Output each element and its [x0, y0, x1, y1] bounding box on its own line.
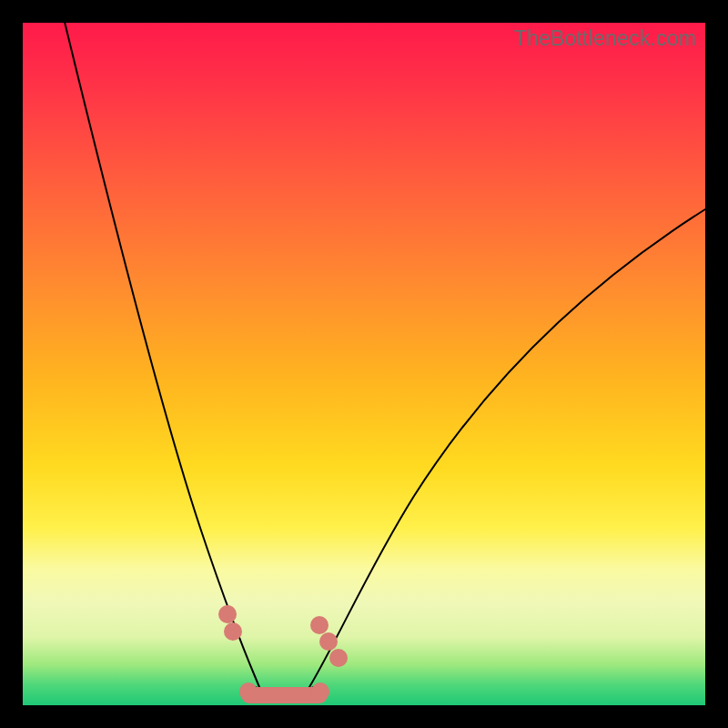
marker-dot — [218, 605, 237, 623]
chart-frame: TheBottleneck.com — [23, 23, 705, 705]
marker-dot — [319, 632, 338, 651]
bottleneck-curve-plot — [23, 23, 705, 705]
marker-dot — [239, 682, 258, 701]
marker-dot — [311, 682, 329, 701]
curve-left-branch — [64, 18, 259, 687]
marker-dot — [310, 616, 329, 634]
marker-dot — [224, 622, 242, 641]
watermark-text: TheBottleneck.com — [514, 26, 696, 51]
marker-dot — [329, 649, 348, 667]
curve-right-branch — [309, 209, 705, 687]
